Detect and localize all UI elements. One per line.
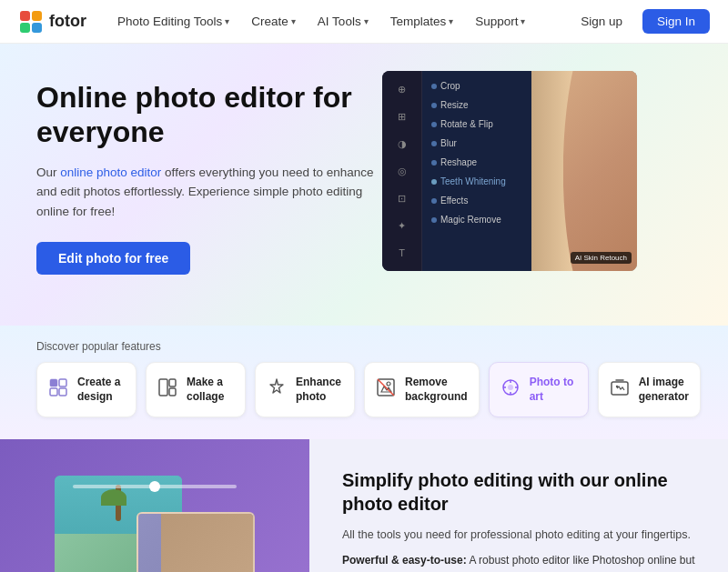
- nav-templates-label: Templates: [390, 15, 447, 28]
- nav-actions: Sign up Sign In: [568, 9, 710, 34]
- feature-remove-background[interactable]: Removebackground: [364, 362, 480, 417]
- chevron-down-icon: ▾: [225, 16, 229, 26]
- hero-link[interactable]: online photo editor: [60, 166, 161, 179]
- fotor-logo-icon: [18, 9, 44, 35]
- ai-image-generator-icon: [610, 377, 630, 402]
- discover-label: Discover popular features: [36, 340, 701, 353]
- collage-photo-person: [136, 512, 255, 572]
- svg-rect-9: [159, 379, 167, 396]
- feature-create-design[interactable]: Create adesign: [36, 362, 136, 417]
- tool-blur[interactable]: Blur: [422, 134, 531, 153]
- svg-rect-5: [50, 379, 57, 386]
- svg-rect-1: [20, 11, 30, 21]
- nav-templates[interactable]: Templates ▾: [381, 11, 463, 32]
- sidebar-text-icon[interactable]: T: [391, 242, 413, 264]
- tool-effects[interactable]: Effects: [422, 191, 531, 210]
- svg-line-14: [378, 379, 394, 396]
- nav-photo-editing-tools[interactable]: Photo Editing Tools ▾: [108, 11, 238, 32]
- features-row: Create adesign Make acollage Enhancephot…: [36, 362, 701, 417]
- feature-remove-background-label: Removebackground: [405, 376, 468, 404]
- tool-crop[interactable]: Crop: [422, 76, 531, 95]
- sidebar-reshape-icon[interactable]: ⊡: [391, 187, 413, 209]
- sidebar-blur-icon[interactable]: ◎: [391, 160, 413, 182]
- feature-make-collage[interactable]: Make acollage: [146, 362, 246, 417]
- collage-preview: [0, 439, 309, 572]
- svg-rect-3: [20, 23, 30, 33]
- face-photo: [563, 71, 637, 271]
- bottom-para-1: Powerful & easy-to-use: A robust photo e…: [342, 552, 695, 572]
- svg-rect-2: [32, 11, 42, 21]
- tool-magic-remove[interactable]: Magic Remove: [422, 210, 531, 229]
- nav-photo-editing-tools-label: Photo Editing Tools: [117, 15, 222, 28]
- svg-point-13: [387, 382, 390, 386]
- bottom-right: Simplify photo editing with our online p…: [309, 439, 728, 572]
- resize-bar: [73, 485, 237, 488]
- feature-ai-image-generator-label: AI imagegenerator: [639, 376, 689, 404]
- logo[interactable]: fotor: [18, 9, 86, 35]
- svg-point-16: [508, 385, 513, 390]
- feature-make-collage-label: Make acollage: [187, 376, 224, 404]
- sidebar-rotate-icon[interactable]: ◑: [391, 133, 413, 155]
- svg-rect-6: [59, 379, 66, 386]
- feature-enhance-photo[interactable]: Enhancephoto: [255, 362, 355, 417]
- feature-create-design-label: Create adesign: [77, 376, 120, 404]
- sidebar-effects-icon[interactable]: ✦: [391, 215, 413, 236]
- sidebar-crop-icon[interactable]: ⊕: [391, 78, 413, 100]
- feature-photo-to-art-label: Photo to art: [530, 376, 577, 404]
- features-section: Discover popular features Create adesign…: [0, 326, 728, 439]
- resize-handle[interactable]: [149, 481, 160, 492]
- nav-ai-tools[interactable]: AI Tools ▾: [308, 11, 378, 32]
- editor-canvas: AI Skin Retouch: [531, 71, 637, 271]
- signin-button[interactable]: Sign In: [642, 9, 710, 34]
- feature-enhance-photo-label: Enhancephoto: [296, 376, 341, 404]
- feature-photo-to-art[interactable]: Photo to art: [489, 362, 589, 417]
- create-design-icon: [48, 377, 68, 402]
- hero-title: Online photo editor for everyone: [36, 80, 382, 150]
- sidebar-resize-icon[interactable]: ⊞: [391, 105, 413, 127]
- nav-create-label: Create: [251, 15, 288, 28]
- editor-mockup: ⊕ ⊞ ◑ ◎ ⊡ ✦ T Crop Resize Rotate & Flip …: [382, 71, 637, 271]
- nav-ai-tools-label: AI Tools: [318, 15, 361, 28]
- logo-text: fotor: [49, 12, 86, 31]
- editor-tools-panel: Crop Resize Rotate & Flip Blur Reshape T…: [422, 71, 531, 271]
- edit-photo-button[interactable]: Edit photo for free: [36, 242, 190, 275]
- bottom-title: Simplify photo editing with our online p…: [342, 468, 695, 516]
- chevron-down-icon: ▾: [521, 16, 525, 26]
- hero-section: Online photo editor for everyone Our onl…: [0, 44, 728, 326]
- svg-rect-11: [169, 388, 176, 396]
- remove-background-icon: [376, 377, 396, 402]
- nav-support-label: Support: [475, 15, 518, 28]
- tool-reshape[interactable]: Reshape: [422, 153, 531, 172]
- enhance-photo-icon: [267, 377, 287, 402]
- hero-left: Online photo editor for everyone Our onl…: [36, 80, 382, 275]
- bottom-section: Simplify photo editing with our online p…: [0, 439, 728, 572]
- hero-description: Our online photo editor offers everythin…: [36, 163, 382, 222]
- photo-to-art-icon: [500, 377, 521, 402]
- chevron-down-icon: ▾: [291, 16, 296, 26]
- svg-rect-8: [59, 388, 66, 396]
- make-collage-icon: [157, 377, 177, 402]
- tool-rotate[interactable]: Rotate & Flip: [422, 115, 531, 134]
- signup-button[interactable]: Sign up: [568, 9, 635, 34]
- chevron-down-icon: ▾: [449, 16, 453, 26]
- svg-rect-10: [169, 379, 176, 386]
- feature-ai-image-generator[interactable]: AI imagegenerator: [598, 362, 701, 417]
- ai-skin-badge: AI Skin Retouch: [571, 252, 632, 264]
- nav-links: Photo Editing Tools ▾ Create ▾ AI Tools …: [108, 11, 568, 32]
- nav-create[interactable]: Create ▾: [242, 11, 305, 32]
- tool-resize[interactable]: Resize: [422, 95, 531, 115]
- svg-point-18: [615, 386, 617, 387]
- navbar: fotor Photo Editing Tools ▾ Create ▾ AI …: [0, 0, 728, 44]
- chevron-down-icon: ▾: [364, 16, 369, 26]
- svg-rect-7: [50, 388, 57, 396]
- svg-rect-4: [32, 23, 42, 33]
- nav-support[interactable]: Support ▾: [466, 11, 534, 32]
- para-1-bold: Powerful & easy-to-use:: [342, 554, 467, 567]
- editor-sidebar: ⊕ ⊞ ◑ ◎ ⊡ ✦ T: [382, 71, 422, 271]
- tool-teeth[interactable]: Teeth Whitening: [422, 172, 531, 191]
- bottom-subtitle: All the tools you need for professional …: [342, 528, 695, 541]
